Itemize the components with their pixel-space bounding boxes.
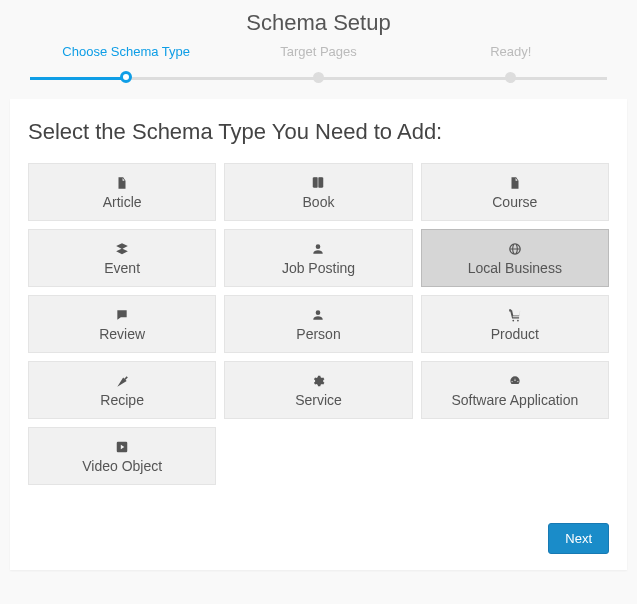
gear-icon (311, 373, 325, 389)
tile-review[interactable]: Review (28, 295, 216, 353)
play-icon (115, 439, 129, 455)
section-heading: Select the Schema Type You Need to Add: (28, 119, 609, 145)
tile-label: Video Object (82, 458, 162, 474)
tile-label: Person (296, 326, 340, 342)
user-icon (311, 241, 325, 257)
schema-grid: ArticleBookCourseEventJob PostingLocal B… (28, 163, 609, 485)
step-dot-2 (313, 72, 324, 83)
tile-label: Course (492, 194, 537, 210)
tile-label: Review (99, 326, 145, 342)
svg-rect-0 (313, 177, 318, 186)
tile-software[interactable]: Software Application (421, 361, 609, 419)
tile-person[interactable]: Person (224, 295, 412, 353)
step-ready[interactable]: Ready! (415, 44, 607, 69)
tile-event[interactable]: Event (28, 229, 216, 287)
tile-service[interactable]: Service (224, 361, 412, 419)
tile-jobposting[interactable]: Job Posting (224, 229, 412, 287)
step-dot-1 (120, 71, 132, 83)
stepper: Choose Schema Type Target Pages Ready! (0, 44, 637, 87)
tile-label: Recipe (100, 392, 144, 408)
step-target-pages[interactable]: Target Pages (222, 44, 414, 69)
file-icon (508, 175, 522, 191)
step-choose-schema[interactable]: Choose Schema Type (30, 44, 222, 69)
next-button[interactable]: Next (548, 523, 609, 554)
user-icon (311, 307, 325, 323)
globe-icon (508, 241, 522, 257)
carrot-icon (115, 373, 129, 389)
tile-recipe[interactable]: Recipe (28, 361, 216, 419)
tile-label: Product (491, 326, 539, 342)
tile-book[interactable]: Book (224, 163, 412, 221)
page-title: Schema Setup (0, 0, 637, 44)
main-card: Select the Schema Type You Need to Add: … (10, 99, 627, 570)
book-icon (311, 175, 325, 191)
comment-icon (115, 307, 129, 323)
tile-article[interactable]: Article (28, 163, 216, 221)
tile-course[interactable]: Course (421, 163, 609, 221)
dashboard-icon (508, 373, 522, 389)
tile-label: Event (104, 260, 140, 276)
cart-icon (508, 307, 522, 323)
file-icon (115, 175, 129, 191)
tile-video[interactable]: Video Object (28, 427, 216, 485)
layers-icon (115, 241, 129, 257)
tile-label: Software Application (451, 392, 578, 408)
tile-label: Service (295, 392, 342, 408)
tile-label: Job Posting (282, 260, 355, 276)
tile-product[interactable]: Product (421, 295, 609, 353)
svg-rect-1 (319, 177, 324, 186)
tile-label: Article (103, 194, 142, 210)
tile-label: Local Business (468, 260, 562, 276)
tile-localbusiness[interactable]: Local Business (421, 229, 609, 287)
tile-label: Book (303, 194, 335, 210)
step-dot-3 (505, 72, 516, 83)
